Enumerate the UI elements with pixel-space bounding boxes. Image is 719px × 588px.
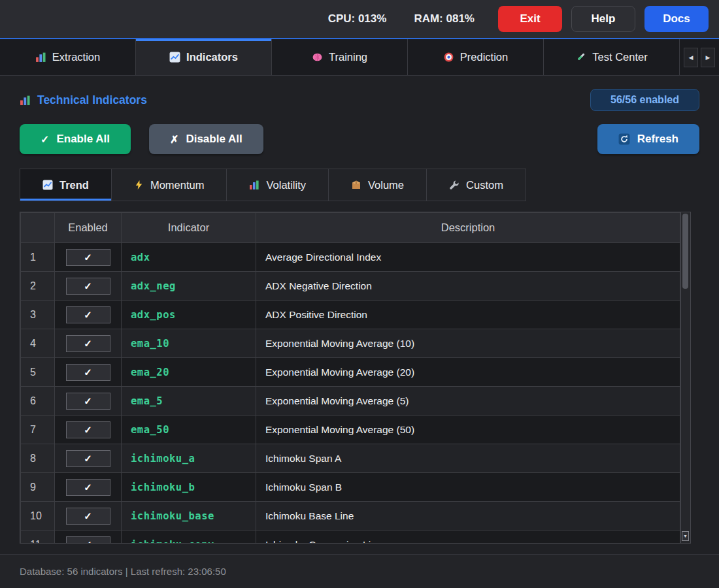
indicator-description: Average Directional Index [256, 243, 680, 272]
test-tube-icon [575, 52, 586, 63]
table-row[interactable]: 7✓ema_50Exponential Moving Average (50) [21, 416, 680, 444]
row-number: 8 [21, 444, 55, 473]
table-row[interactable]: 5✓ema_20Exponential Moving Average (20) [21, 358, 680, 387]
row-number: 9 [21, 473, 55, 502]
enabled-checkbox[interactable]: ✓ [66, 421, 110, 438]
enabled-cell: ✓ [55, 531, 122, 544]
row-number: 4 [21, 329, 55, 358]
subtab-trend[interactable]: Trend [20, 169, 112, 201]
row-number: 3 [21, 301, 55, 329]
table-row[interactable]: 9✓ichimoku_bIchimoku Span B [21, 473, 680, 502]
table-row[interactable]: 6✓ema_5Exponential Moving Average (5) [21, 387, 680, 416]
enabled-checkbox[interactable]: ✓ [66, 335, 110, 352]
docs-button[interactable]: Docs [644, 6, 709, 32]
help-button[interactable]: Help [571, 6, 635, 32]
table-row[interactable]: 3✓adx_posADX Positive Direction [21, 301, 680, 329]
x-icon: ✗ [170, 133, 178, 146]
enabled-cell: ✓ [55, 358, 122, 387]
enabled-cell: ✓ [55, 444, 122, 473]
table-header-row: Enabled Indicator Description [21, 213, 680, 243]
enabled-checkbox[interactable]: ✓ [66, 393, 110, 410]
indicator-name: ichimoku_base [122, 502, 256, 531]
enable-all-button[interactable]: ✓ Enable All [20, 124, 131, 154]
row-number: 5 [21, 358, 55, 387]
volatility-bars-icon [249, 180, 259, 190]
tab-label: Test Center [592, 51, 647, 63]
subtab-label: Custom [466, 179, 503, 191]
indicator-name: ema_10 [122, 329, 256, 358]
enabled-cell: ✓ [55, 502, 122, 531]
indicator-description: Exponential Moving Average (20) [256, 358, 680, 387]
indicator-description: Ichimoku Base Line [256, 502, 680, 531]
check-icon: ✓ [41, 133, 49, 146]
tab-test-center[interactable]: Test Center [544, 39, 680, 75]
header-enabled: Enabled [55, 213, 122, 243]
indicator-description: Ichimoku Span B [256, 473, 680, 502]
indicators-icon [169, 52, 180, 63]
table-row[interactable]: 11✓ichimoku_convIchimoku Conversion Line [21, 531, 680, 544]
table-row[interactable]: 1✓adxAverage Directional Index [21, 243, 680, 272]
table-row[interactable]: 4✓ema_10Exponential Moving Average (10) [21, 329, 680, 358]
refresh-button[interactable]: Refresh [597, 124, 699, 154]
enabled-checkbox[interactable]: ✓ [66, 479, 110, 496]
extraction-icon [35, 52, 46, 63]
enabled-checkbox[interactable]: ✓ [66, 536, 110, 544]
enabled-checkbox[interactable]: ✓ [66, 278, 110, 295]
row-number: 10 [21, 502, 55, 531]
enabled-cell: ✓ [55, 473, 122, 502]
tab-scroll-controls: ◀ ▶ [680, 39, 719, 75]
scroll-down-icon[interactable]: ▼ [682, 531, 689, 541]
table-row[interactable]: 2✓adx_negADX Negative Direction [21, 272, 680, 301]
enabled-checkbox[interactable]: ✓ [66, 450, 110, 467]
enabled-cell: ✓ [55, 243, 122, 272]
tab-scroll-right-icon[interactable]: ▶ [701, 48, 715, 67]
enabled-count-badge: 56/56 enabled [590, 89, 699, 111]
row-number: 1 [21, 243, 55, 272]
tab-indicators[interactable]: Indicators [136, 39, 272, 75]
subtab-volume[interactable]: Volume [329, 169, 427, 201]
subtab-custom[interactable]: Custom [427, 169, 526, 201]
enabled-checkbox[interactable]: ✓ [66, 508, 110, 525]
lightning-icon [134, 180, 144, 190]
scrollbar-thumb[interactable] [682, 214, 688, 289]
indicator-table: Enabled Indicator Description 1✓adxAvera… [20, 212, 680, 544]
subtab-volatility[interactable]: Volatility [227, 169, 329, 201]
enabled-checkbox[interactable]: ✓ [66, 249, 110, 266]
disable-all-button[interactable]: ✗ Disable All [149, 124, 263, 154]
indicator-name: ema_5 [122, 387, 256, 416]
tab-label: Prediction [460, 51, 508, 63]
table-scrollbar[interactable]: ▼ [681, 212, 691, 544]
table-row[interactable]: 10✓ichimoku_baseIchimoku Base Line [21, 502, 680, 531]
indicator-name: adx_pos [122, 301, 256, 329]
statusbar-text: Database: 56 indicators | Last refresh: … [20, 566, 226, 577]
indicator-description: Ichimoku Span A [256, 444, 680, 473]
header-blank [21, 213, 55, 243]
package-icon [351, 180, 361, 190]
row-number: 7 [21, 416, 55, 444]
indicator-name: ichimoku_b [122, 473, 256, 502]
tab-extraction[interactable]: Extraction [0, 39, 136, 75]
enabled-cell: ✓ [55, 387, 122, 416]
app-window: CPU: 013% RAM: 081% Exit Help Docs Extra… [0, 0, 719, 588]
tab-training[interactable]: Training [272, 39, 408, 75]
page-title: Technical Indicators [20, 93, 147, 107]
indicator-name: adx_neg [122, 272, 256, 301]
subtab-label: Momentum [150, 179, 205, 191]
enabled-checkbox[interactable]: ✓ [66, 306, 110, 323]
subtab-momentum[interactable]: Momentum [112, 169, 227, 201]
indicator-name: adx [122, 243, 256, 272]
exit-button[interactable]: Exit [498, 6, 562, 32]
indicator-name: ichimoku_conv [122, 531, 256, 544]
tab-label: Indicators [186, 51, 238, 63]
brain-icon [312, 52, 323, 63]
table-row[interactable]: 8✓ichimoku_aIchimoku Span A [21, 444, 680, 473]
indicator-description: Exponential Moving Average (5) [256, 387, 680, 416]
main-tabbar: Extraction Indicators Training Predictio… [0, 39, 719, 76]
tab-scroll-left-icon[interactable]: ◀ [684, 48, 698, 67]
row-number: 6 [21, 387, 55, 416]
target-icon [443, 52, 454, 63]
indicator-name: ichimoku_a [122, 444, 256, 473]
trend-chart-icon [42, 180, 53, 190]
tab-prediction[interactable]: Prediction [408, 39, 544, 75]
enabled-checkbox[interactable]: ✓ [66, 364, 110, 381]
